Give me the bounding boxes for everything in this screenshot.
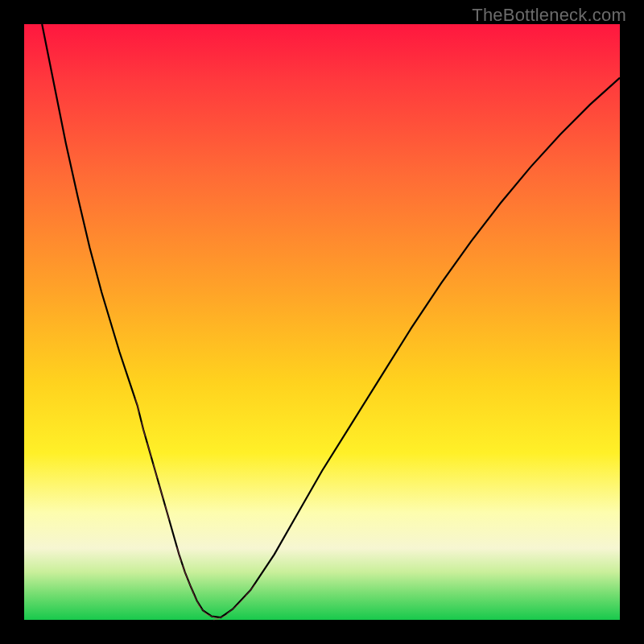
plot-area: [24, 24, 620, 620]
data-marker: [165, 506, 169, 519]
data-marker: [142, 423, 146, 436]
marker-cluster: [135, 398, 255, 620]
bottleneck-curve: [42, 24, 620, 617]
chart-svg: [24, 24, 620, 620]
data-marker: [177, 547, 181, 561]
data-marker: [147, 443, 151, 456]
data-marker: [194, 594, 200, 607]
data-marker: [188, 580, 194, 594]
data-marker: [159, 485, 163, 498]
watermark-text: TheBottleneck.com: [472, 5, 626, 26]
data-marker: [237, 596, 246, 606]
data-marker: [183, 565, 188, 579]
chart-frame: TheBottleneck.com: [0, 0, 644, 644]
data-marker: [135, 398, 138, 412]
data-marker: [246, 584, 255, 596]
data-marker: [153, 464, 157, 477]
